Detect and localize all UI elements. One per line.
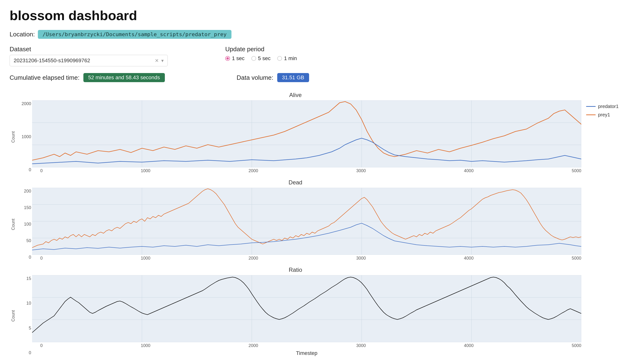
- location-path[interactable]: /Users/bryanbrzycki/Documents/sample_scr…: [38, 30, 231, 39]
- alive-chart-svg: [32, 100, 581, 168]
- alive-chart-plot: [32, 100, 581, 168]
- dead-y-ticks: 200150100500: [19, 188, 31, 261]
- alive-chart-area: Alive Count 200010000: [10, 92, 581, 174]
- ratio-x-axis: 010002000300040005000: [32, 342, 581, 348]
- dataset-label: Dataset: [10, 46, 177, 53]
- dead-chart-inner: Count 200150100500: [10, 188, 581, 261]
- legend-prey-line: [586, 114, 596, 115]
- alive-chart-wrapper: Alive Count 200010000: [10, 92, 624, 174]
- location-label: Location:: [10, 31, 35, 38]
- clear-icon[interactable]: ✕: [155, 58, 159, 64]
- dataset-value: 20231206-154550-s1990969762: [14, 58, 155, 64]
- volume-label: Data volume:: [237, 74, 273, 82]
- dataset-input-icons: ✕ ▾: [155, 58, 164, 64]
- radio-circle-1sec: [225, 56, 230, 61]
- alive-x-axis: 010002000300040005000: [32, 168, 581, 174]
- alive-y-ticks: 200010000: [19, 100, 31, 174]
- volume-value: 31.51 GB: [277, 73, 309, 82]
- dead-chart-area: Dead Count 200150100500: [10, 179, 581, 261]
- legend-prey-label: prey1: [598, 112, 610, 118]
- legend-prey: prey1: [586, 112, 624, 118]
- legend-predator-label: predator1: [598, 104, 619, 109]
- radio-label-5sec: 5 sec: [258, 55, 271, 62]
- dead-x-axis: 010002000300040005000: [32, 255, 581, 261]
- dataset-input[interactable]: 20231206-154550-s1990969762 ✕ ▾: [10, 55, 168, 66]
- update-period-label: Update period: [225, 46, 297, 53]
- ratio-chart-svg: [32, 275, 581, 342]
- dataset-section: Dataset 20231206-154550-s1990969762 ✕ ▾: [10, 46, 177, 66]
- charts-container: Alive Count 200010000: [10, 92, 624, 356]
- elapsed-label: Cumulative elapsed time:: [10, 74, 80, 82]
- ratio-x-label: Timestep: [32, 350, 581, 356]
- alive-plot-wrapper: 200010000: [32, 100, 581, 174]
- dropdown-icon[interactable]: ▾: [161, 58, 164, 64]
- dead-chart-plot: [32, 188, 581, 255]
- radio-1sec[interactable]: 1 sec: [225, 55, 245, 62]
- ratio-y-label: Count: [10, 275, 17, 356]
- legend-predator-line: [586, 106, 596, 107]
- update-period-section: Update period 1 sec 5 sec 1 min: [225, 46, 297, 62]
- elapsed-value: 52 minutes and 58.43 seconds: [83, 73, 165, 82]
- dead-chart-svg: [32, 188, 581, 255]
- radio-label-1min: 1 min: [284, 55, 297, 62]
- radio-1min[interactable]: 1 min: [277, 55, 297, 62]
- elapsed-time-stat: Cumulative elapsed time: 52 minutes and …: [10, 73, 165, 82]
- radio-circle-1min: [277, 56, 282, 61]
- radio-circle-5sec: [251, 56, 256, 61]
- data-volume-stat: Data volume: 31.51 GB: [237, 73, 309, 82]
- controls-row: Dataset 20231206-154550-s1990969762 ✕ ▾ …: [10, 46, 624, 66]
- alive-y-label: Count: [10, 100, 17, 174]
- dead-plot-wrapper: 200150100500: [32, 188, 581, 261]
- ratio-plot-wrapper: 151050: [32, 275, 581, 356]
- dead-chart-title: Dead: [10, 179, 581, 186]
- legend-predator: predator1: [586, 104, 624, 109]
- alive-chart-title: Alive: [10, 92, 581, 98]
- ratio-chart-wrapper: Ratio Count 151050: [10, 266, 624, 356]
- ratio-chart-inner: Count 151050: [10, 275, 581, 356]
- alive-chart-inner: Count 200010000: [10, 100, 581, 174]
- update-period-radio-group: 1 sec 5 sec 1 min: [225, 55, 297, 62]
- stats-row: Cumulative elapsed time: 52 minutes and …: [10, 73, 624, 82]
- dead-y-label: Count: [10, 188, 17, 261]
- ratio-chart-title: Ratio: [10, 266, 581, 273]
- ratio-chart-plot: [32, 275, 581, 342]
- ratio-chart-area: Ratio Count 151050: [10, 266, 581, 356]
- radio-5sec[interactable]: 5 sec: [251, 55, 271, 62]
- page-title: blossom dashboard: [10, 8, 624, 23]
- dead-chart-wrapper: Dead Count 200150100500: [10, 179, 624, 261]
- alive-chart-legend: predator1 prey1: [586, 92, 624, 118]
- radio-label-1sec: 1 sec: [232, 55, 245, 62]
- ratio-y-ticks: 151050: [19, 275, 31, 356]
- location-row: Location: /Users/bryanbrzycki/Documents/…: [10, 30, 624, 39]
